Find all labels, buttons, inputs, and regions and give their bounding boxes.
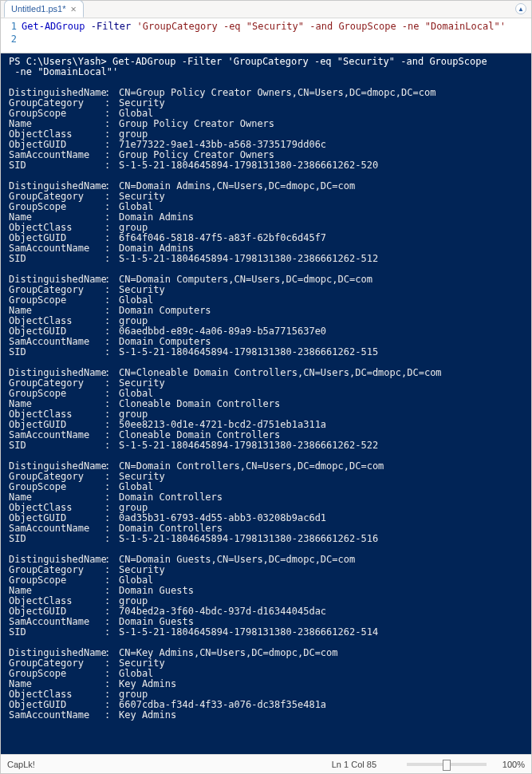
result-key: SamAccountName [9, 710, 104, 721]
result-row: GroupScope: Global [9, 295, 523, 306]
result-row: SamAccountName: Key Admins [9, 710, 523, 721]
result-value: CN=Key Admins,CN=Users,DC=dmopc,DC=com [119, 648, 523, 658]
result-row: SID: S-1-5-21-1804645894-1798131380-2386… [9, 347, 523, 357]
result-row: GroupCategory: Security [9, 658, 523, 669]
result-value: CN=Domain Guests,CN=Users,DC=dmopc,DC=co… [119, 555, 523, 565]
result-row: Name: Domain Guests [9, 586, 523, 596]
result-value: S-1-5-21-1804645894-1798131380-238666126… [119, 440, 523, 451]
result-row: GroupCategory: Security [9, 378, 523, 389]
result-block: DistinguishedName: CN=Domain Computers,C… [2, 274, 530, 357]
separator: : [104, 710, 119, 721]
result-value: S-1-5-21-1804645894-1798131380-238666126… [119, 534, 523, 544]
result-value: Security [119, 565, 523, 575]
result-row: SID: S-1-5-21-1804645894-1798131380-2386… [9, 627, 523, 638]
result-row: GroupCategory: Security [9, 192, 523, 202]
result-row: Name: Domain Computers [9, 306, 523, 316]
result-value: 6607cdba-f34d-4f33-a076-dc38f35e481a [119, 700, 523, 710]
result-value: CN=Domain Admins,CN=Users,DC=dmopc,DC=co… [119, 181, 523, 192]
result-value: Domain Controllers [119, 492, 523, 503]
result-key: SID [9, 627, 104, 638]
result-row: GroupScope: Global [9, 575, 523, 586]
result-row: SID: S-1-5-21-1804645894-1798131380-2386… [9, 160, 523, 171]
tab-bar: Untitled1.ps1* ✕ ▲ [1, 1, 531, 18]
result-value: Domain Admins [119, 212, 523, 223]
result-value: Security [119, 378, 523, 389]
result-row: DistinguishedName: CN=Domain Computers,C… [9, 274, 523, 285]
chevron-up-icon: ▲ [518, 6, 524, 13]
result-value: Security [119, 98, 523, 109]
result-row: Name: Domain Admins [9, 212, 523, 223]
result-key: SID [9, 440, 104, 451]
result-value: Global [119, 669, 523, 679]
code-token-string: 'GroupCategory -eq "Security" -and Group… [137, 21, 506, 32]
result-value: S-1-5-21-1804645894-1798131380-238666126… [119, 627, 523, 638]
result-block: DistinguishedName: CN=Group Policy Creat… [2, 88, 530, 171]
result-value: S-1-5-21-1804645894-1798131380-238666126… [119, 347, 523, 357]
separator: : [104, 627, 119, 638]
result-block: DistinguishedName: CN=Key Admins,CN=User… [2, 648, 530, 721]
separator: : [104, 534, 119, 544]
result-value: CN=Cloneable Domain Controllers,CN=Users… [119, 368, 523, 378]
file-tab-label: Untitled1.ps1* [11, 4, 66, 14]
separator: : [104, 440, 119, 451]
console-prompt-line: -ne "DomainLocal"' [2, 67, 530, 77]
console-output[interactable]: PS C:\Users\Yash> Get-ADGroup -Filter 'G… [2, 57, 530, 751]
result-row: DistinguishedName: CN=Domain Admins,CN=U… [9, 181, 523, 192]
editor-code[interactable]: Get-ADGroup -Filter 'GroupCategory -eq "… [22, 18, 531, 53]
result-value: Security [119, 192, 523, 202]
result-row: GroupCategory: Security [9, 472, 523, 482]
result-row: Name: Domain Controllers [9, 492, 523, 503]
separator: : [104, 254, 119, 264]
line-number: 2 [1, 33, 17, 45]
close-icon[interactable]: ✕ [71, 4, 77, 14]
result-value: Key Admins [119, 679, 523, 689]
result-row: SID: S-1-5-21-1804645894-1798131380-2386… [9, 254, 523, 264]
result-row: DistinguishedName: CN=Domain Controllers… [9, 461, 523, 472]
result-value: Cloneable Domain Controllers [119, 399, 523, 409]
result-row: GroupScope: Global [9, 482, 523, 492]
zoom-level: 100% [493, 760, 525, 769]
result-block: DistinguishedName: CN=Domain Controllers… [2, 461, 530, 544]
result-block: DistinguishedName: CN=Cloneable Domain C… [2, 368, 530, 451]
result-row: SID: S-1-5-21-1804645894-1798131380-2386… [9, 440, 523, 451]
result-row: GroupCategory: Security [9, 565, 523, 575]
result-row: GroupCategory: Security [9, 285, 523, 295]
result-value: Security [119, 472, 523, 482]
console-pane: PS C:\Users\Yash> Get-ADGroup -Filter 'G… [1, 53, 531, 754]
cursor-position: Ln 1 Col 85 [332, 760, 376, 769]
result-value: Domain Computers [119, 306, 523, 316]
result-row: DistinguishedName: CN=Key Admins,CN=User… [9, 648, 523, 658]
line-number: 1 [1, 20, 17, 33]
status-bar: CapLk! Ln 1 Col 85 100% [1, 754, 531, 773]
code-token-param: -Filter [91, 21, 132, 32]
result-value: S-1-5-21-1804645894-1798131380-238666126… [119, 254, 523, 264]
result-row: Name: Cloneable Domain Controllers [9, 399, 523, 409]
result-value: CN=Domain Controllers,CN=Users,DC=dmopc,… [119, 461, 523, 472]
result-row: GroupScope: Global [9, 669, 523, 679]
result-row: GroupCategory: Security [9, 98, 523, 109]
result-value: Security [119, 658, 523, 669]
result-key: SID [9, 534, 104, 544]
expand-button[interactable]: ▲ [515, 3, 526, 14]
result-value: Security [119, 285, 523, 295]
result-value: Group Policy Creator Owners [119, 119, 523, 129]
app-frame: Untitled1.ps1* ✕ ▲ 1 2 Get-ADGroup -Filt… [0, 0, 532, 774]
result-value: S-1-5-21-1804645894-1798131380-238666126… [119, 160, 523, 171]
caps-indicator: CapLk! [7, 760, 35, 769]
result-key: SID [9, 160, 104, 171]
script-editor[interactable]: 1 2 Get-ADGroup -Filter 'GroupCategory -… [1, 18, 531, 53]
result-row: GroupScope: Global [9, 202, 523, 212]
result-key: SID [9, 347, 104, 357]
result-row: DistinguishedName: CN=Group Policy Creat… [9, 88, 523, 98]
zoom-slider[interactable] [407, 763, 487, 766]
file-tab[interactable]: Untitled1.ps1* ✕ [4, 0, 84, 18]
result-block: DistinguishedName: CN=Domain Guests,CN=U… [2, 555, 530, 638]
result-value: Key Admins [119, 710, 523, 721]
editor-gutter: 1 2 [1, 18, 22, 53]
result-value: Domain Guests [119, 586, 523, 596]
result-row: DistinguishedName: CN=Cloneable Domain C… [9, 368, 523, 378]
result-row: Name: Key Admins [9, 679, 523, 689]
result-value: CN=Group Policy Creator Owners,CN=Users,… [119, 88, 523, 98]
result-row: SID: S-1-5-21-1804645894-1798131380-2386… [9, 534, 523, 544]
result-value: CN=Domain Computers,CN=Users,DC=dmopc,DC… [119, 274, 523, 285]
